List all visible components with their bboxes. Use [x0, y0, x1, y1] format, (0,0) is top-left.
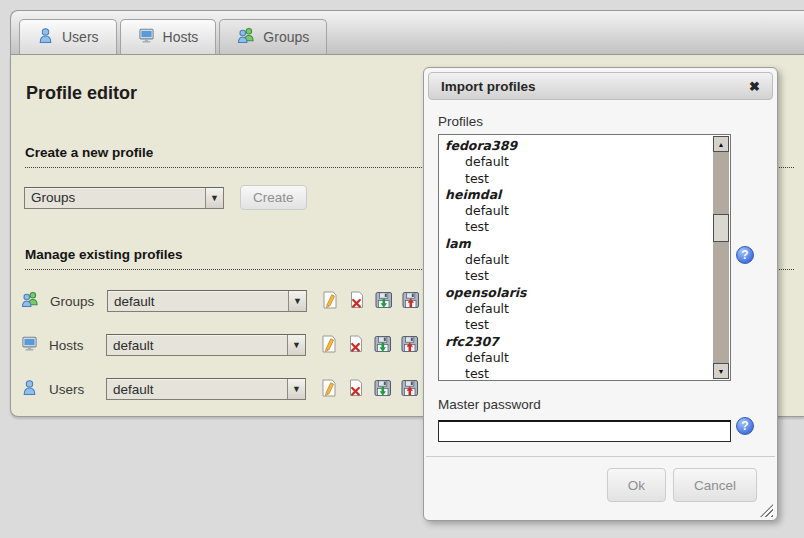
scroll-down-icon[interactable]: ▼: [713, 363, 729, 379]
users-profile-select[interactable]: default ▼: [106, 378, 306, 400]
user-icon: [37, 27, 54, 47]
tab-users-label: Users: [62, 29, 99, 45]
manage-row-groups: Groups default ▼: [21, 289, 420, 313]
master-password-label: Master password: [438, 397, 731, 412]
help-icon[interactable]: ?: [736, 246, 754, 264]
profile-item-row[interactable]: default: [439, 252, 730, 268]
profile-group-row[interactable]: opensolaris: [439, 285, 730, 301]
chevron-down-icon: ▼: [287, 335, 305, 355]
user-icon: [21, 379, 38, 400]
profile-item-row[interactable]: test: [439, 317, 730, 333]
profile-type-select-value: Groups: [25, 190, 205, 205]
chevron-down-icon: ▼: [287, 379, 305, 399]
profile-group-row[interactable]: heimdal: [439, 187, 730, 203]
profile-group-row[interactable]: fedora389: [439, 138, 730, 154]
profiles-listbox[interactable]: fedora389defaulttestheimdaldefaulttestla…: [438, 134, 731, 381]
export-profile-button[interactable]: [400, 379, 419, 399]
cancel-button[interactable]: Cancel: [673, 468, 757, 502]
edit-profile-button[interactable]: [320, 291, 339, 311]
resize-handle-icon[interactable]: [760, 504, 773, 517]
pencil-icon: [320, 379, 337, 400]
delete-profile-button[interactable]: [346, 379, 365, 399]
profile-item-row[interactable]: default: [439, 301, 730, 317]
export-icon: [402, 291, 420, 312]
profile-item-row[interactable]: default: [439, 154, 730, 170]
profile-group-row[interactable]: lam: [439, 236, 730, 252]
import-profile-button[interactable]: [373, 335, 392, 355]
import-profile-button[interactable]: [373, 379, 392, 399]
chevron-down-icon: ▼: [205, 188, 223, 208]
export-profile-button[interactable]: [400, 335, 419, 355]
create-profile-row: Groups ▼ Create: [24, 185, 307, 210]
ok-button[interactable]: Ok: [607, 468, 666, 502]
import-profiles-dialog: Import profiles ✖ Profiles fedora389defa…: [423, 67, 778, 521]
pencil-icon: [320, 335, 337, 356]
profiles-listbox-rows: fedora389defaulttestheimdaldefaulttestla…: [439, 135, 730, 381]
edit-profile-button[interactable]: [319, 335, 338, 355]
profile-item-row[interactable]: test: [439, 268, 730, 284]
manage-row-users: Users default ▼: [21, 377, 419, 401]
chevron-down-icon: ▼: [288, 291, 306, 311]
master-password-input[interactable]: [438, 420, 731, 442]
dialog-title: Import profiles: [441, 79, 536, 94]
page-title: Profile editor: [26, 83, 137, 104]
import-icon: [375, 291, 393, 312]
delete-icon: [347, 379, 364, 400]
close-icon[interactable]: ✖: [749, 80, 760, 93]
listbox-scrollbar[interactable]: ▲ ▼: [713, 136, 729, 379]
host-icon: [21, 335, 38, 356]
scroll-up-icon[interactable]: ▲: [713, 136, 729, 152]
profile-item-row[interactable]: default: [439, 203, 730, 219]
export-icon: [401, 379, 419, 400]
dialog-buttonpane: Ok Cancel: [426, 456, 775, 502]
help-icon[interactable]: ?: [736, 417, 754, 435]
profiles-label: Profiles: [438, 114, 731, 129]
profile-item-row[interactable]: default: [439, 350, 730, 366]
dialog-body: Profiles fedora389defaulttestheimdaldefa…: [438, 112, 731, 442]
group-icon: [21, 291, 39, 312]
export-icon: [401, 335, 419, 356]
manage-row-label: Groups: [50, 294, 107, 309]
delete-profile-button[interactable]: [346, 335, 365, 355]
import-icon: [374, 335, 392, 356]
tab-strip: Users Hosts Groups: [10, 10, 804, 55]
tab-hosts-label: Hosts: [163, 29, 199, 45]
hosts-profile-select-value: default: [107, 338, 287, 353]
groups-profile-select-value: default: [108, 294, 288, 309]
export-profile-button[interactable]: [401, 291, 420, 311]
delete-icon: [348, 291, 365, 312]
hosts-profile-select[interactable]: default ▼: [106, 334, 306, 356]
tab-hosts[interactable]: Hosts: [120, 19, 217, 54]
import-icon: [374, 379, 392, 400]
tab-list: Users Hosts Groups: [19, 19, 327, 54]
dialog-titlebar[interactable]: Import profiles ✖: [428, 72, 773, 100]
groups-profile-select[interactable]: default ▼: [107, 290, 307, 312]
manage-row-hosts: Hosts default ▼: [21, 333, 419, 357]
delete-icon: [347, 335, 364, 356]
tab-users[interactable]: Users: [19, 19, 117, 54]
profile-type-select[interactable]: Groups ▼: [24, 187, 224, 209]
profile-item-row[interactable]: test: [439, 366, 730, 381]
group-icon: [237, 27, 255, 47]
profile-group-row[interactable]: rfc2307: [439, 334, 730, 350]
scrollbar-thumb[interactable]: [713, 214, 729, 242]
tab-groups[interactable]: Groups: [219, 19, 327, 54]
create-button[interactable]: Create: [240, 185, 307, 210]
manage-row-label: Hosts: [49, 338, 106, 353]
tab-groups-label: Groups: [263, 29, 309, 45]
pencil-icon: [321, 291, 338, 312]
profile-item-row[interactable]: test: [439, 171, 730, 187]
manage-row-label: Users: [49, 382, 106, 397]
delete-profile-button[interactable]: [347, 291, 366, 311]
host-icon: [138, 27, 155, 47]
profile-item-row[interactable]: test: [439, 219, 730, 235]
import-profile-button[interactable]: [374, 291, 393, 311]
users-profile-select-value: default: [107, 382, 287, 397]
edit-profile-button[interactable]: [319, 379, 338, 399]
